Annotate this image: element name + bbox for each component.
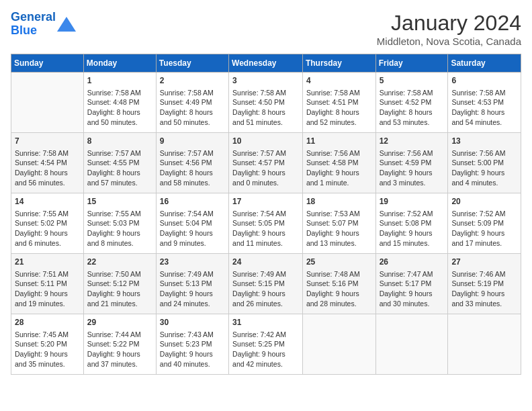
calendar-week-4: 21Sunrise: 7:51 AMSunset: 5:11 PMDayligh… <box>11 254 521 314</box>
calendar-cell: 31Sunrise: 7:42 AMSunset: 5:25 PMDayligh… <box>229 314 303 375</box>
sunset-text: Sunset: 5:12 PM <box>87 279 140 287</box>
calendar-cell: 19Sunrise: 7:52 AMSunset: 5:08 PMDayligh… <box>375 193 448 254</box>
daylight-text: Daylight: 9 hours and 11 minutes. <box>232 229 285 247</box>
sunrise-text: Sunrise: 7:54 AM <box>232 210 286 218</box>
daylight-text: Daylight: 8 hours and 54 minutes. <box>451 108 504 126</box>
sunset-text: Sunset: 5:25 PM <box>232 340 285 348</box>
sunset-text: Sunset: 5:23 PM <box>160 340 212 348</box>
calendar-cell: 8Sunrise: 7:57 AMSunset: 4:55 PMDaylight… <box>83 133 156 193</box>
calendar-cell: 9Sunrise: 7:57 AMSunset: 4:56 PMDaylight… <box>156 133 228 193</box>
sunrise-text: Sunrise: 7:55 AM <box>87 210 141 218</box>
daylight-text: Daylight: 8 hours and 52 minutes. <box>306 108 359 126</box>
sunrise-text: Sunrise: 7:45 AM <box>15 330 69 338</box>
day-number: 1 <box>87 75 152 87</box>
sunset-text: Sunset: 4:56 PM <box>160 158 212 167</box>
day-number: 5 <box>380 75 445 87</box>
calendar-cell: 23Sunrise: 7:49 AMSunset: 5:13 PMDayligh… <box>156 254 228 314</box>
sunrise-text: Sunrise: 7:49 AM <box>232 270 286 278</box>
header-cell-wednesday: Wednesday <box>229 54 303 73</box>
sunset-text: Sunset: 5:08 PM <box>380 219 432 227</box>
sunrise-text: Sunrise: 7:52 AM <box>380 210 433 218</box>
daylight-text: Daylight: 8 hours and 57 minutes. <box>87 169 140 187</box>
day-number: 25 <box>306 257 372 268</box>
daylight-text: Daylight: 9 hours and 26 minutes. <box>232 289 285 308</box>
logo-icon <box>57 17 76 32</box>
daylight-text: Daylight: 9 hours and 19 minutes. <box>15 289 68 308</box>
calendar-cell: 14Sunrise: 7:55 AMSunset: 5:02 PMDayligh… <box>11 193 84 254</box>
calendar-table: SundayMondayTuesdayWednesdayThursdayFrid… <box>11 54 521 375</box>
calendar-week-5: 28Sunrise: 7:45 AMSunset: 5:20 PMDayligh… <box>11 314 521 375</box>
sunrise-text: Sunrise: 7:57 AM <box>160 149 214 157</box>
sunset-text: Sunset: 5:07 PM <box>306 219 359 227</box>
calendar-header: SundayMondayTuesdayWednesdayThursdayFrid… <box>11 54 521 73</box>
sunrise-text: Sunrise: 7:58 AM <box>306 89 360 97</box>
sunset-text: Sunset: 5:11 PM <box>15 279 67 287</box>
sunset-text: Sunset: 4:59 PM <box>380 158 432 167</box>
sunset-text: Sunset: 4:57 PM <box>232 158 285 167</box>
logo-general: General <box>11 10 56 24</box>
sunrise-text: Sunrise: 7:42 AM <box>232 330 286 338</box>
daylight-text: Daylight: 9 hours and 4 minutes. <box>451 169 504 187</box>
daylight-text: Daylight: 9 hours and 42 minutes. <box>232 350 285 368</box>
sunset-text: Sunset: 5:09 PM <box>451 219 504 227</box>
daylight-text: Daylight: 9 hours and 28 minutes. <box>306 289 359 308</box>
calendar-cell: 4Sunrise: 7:58 AMSunset: 4:51 PMDaylight… <box>302 73 375 133</box>
sunrise-text: Sunrise: 7:47 AM <box>380 270 433 278</box>
daylight-text: Daylight: 9 hours and 15 minutes. <box>380 229 433 247</box>
sunrise-text: Sunrise: 7:54 AM <box>160 210 214 218</box>
day-number: 28 <box>15 317 80 328</box>
day-number: 14 <box>15 196 80 208</box>
daylight-text: Daylight: 9 hours and 30 minutes. <box>380 289 433 308</box>
daylight-text: Daylight: 9 hours and 8 minutes. <box>87 229 140 247</box>
day-number: 11 <box>306 136 372 147</box>
calendar-cell: 16Sunrise: 7:54 AMSunset: 5:04 PMDayligh… <box>156 193 228 254</box>
sunrise-text: Sunrise: 7:58 AM <box>15 149 69 157</box>
sunset-text: Sunset: 4:58 PM <box>306 158 359 167</box>
daylight-text: Daylight: 8 hours and 53 minutes. <box>380 108 433 126</box>
calendar-cell: 27Sunrise: 7:46 AMSunset: 5:19 PMDayligh… <box>448 254 521 314</box>
day-number: 12 <box>380 136 445 147</box>
sunrise-text: Sunrise: 7:46 AM <box>451 270 505 278</box>
calendar-week-2: 7Sunrise: 7:58 AMSunset: 4:54 PMDaylight… <box>11 133 521 193</box>
calendar-cell: 28Sunrise: 7:45 AMSunset: 5:20 PMDayligh… <box>11 314 84 375</box>
sunrise-text: Sunrise: 7:58 AM <box>380 89 433 97</box>
daylight-text: Daylight: 9 hours and 33 minutes. <box>451 289 504 308</box>
daylight-text: Daylight: 9 hours and 0 minutes. <box>232 169 285 187</box>
day-number: 10 <box>232 136 299 147</box>
sunrise-text: Sunrise: 7:56 AM <box>306 149 360 157</box>
sunset-text: Sunset: 5:03 PM <box>87 219 140 227</box>
sunset-text: Sunset: 5:13 PM <box>160 279 212 287</box>
sunrise-text: Sunrise: 7:52 AM <box>451 210 505 218</box>
day-number: 3 <box>232 75 299 87</box>
day-number: 19 <box>380 196 445 208</box>
day-number: 4 <box>306 75 372 87</box>
header-cell-thursday: Thursday <box>302 54 375 73</box>
daylight-text: Daylight: 9 hours and 3 minutes. <box>380 169 433 187</box>
calendar-cell <box>11 73 84 133</box>
calendar-cell: 26Sunrise: 7:47 AMSunset: 5:17 PMDayligh… <box>375 254 448 314</box>
day-number: 16 <box>160 196 225 208</box>
calendar-body: 1Sunrise: 7:58 AMSunset: 4:48 PMDaylight… <box>11 73 521 375</box>
day-number: 29 <box>87 317 152 328</box>
calendar-cell <box>375 314 448 375</box>
day-number: 26 <box>380 257 445 268</box>
calendar-cell: 30Sunrise: 7:43 AMSunset: 5:23 PMDayligh… <box>156 314 228 375</box>
sunset-text: Sunset: 5:19 PM <box>451 279 504 287</box>
sunrise-text: Sunrise: 7:58 AM <box>232 89 286 97</box>
daylight-text: Daylight: 9 hours and 6 minutes. <box>15 229 68 247</box>
sunrise-text: Sunrise: 7:55 AM <box>15 210 69 218</box>
day-number: 17 <box>232 196 299 208</box>
sunrise-text: Sunrise: 7:58 AM <box>160 89 214 97</box>
calendar-cell: 18Sunrise: 7:53 AMSunset: 5:07 PMDayligh… <box>302 193 375 254</box>
calendar-cell: 3Sunrise: 7:58 AMSunset: 4:50 PMDaylight… <box>229 73 303 133</box>
subtitle: Middleton, Nova Scotia, Canada <box>377 36 521 47</box>
daylight-text: Daylight: 9 hours and 37 minutes. <box>87 350 140 368</box>
calendar-cell: 13Sunrise: 7:56 AMSunset: 5:00 PMDayligh… <box>448 133 521 193</box>
sunrise-text: Sunrise: 7:56 AM <box>380 149 433 157</box>
header-row: SundayMondayTuesdayWednesdayThursdayFrid… <box>11 54 521 73</box>
day-number: 20 <box>451 196 517 208</box>
svg-marker-0 <box>57 17 76 32</box>
day-number: 18 <box>306 196 372 208</box>
calendar-cell: 6Sunrise: 7:58 AMSunset: 4:53 PMDaylight… <box>448 73 521 133</box>
daylight-text: Daylight: 9 hours and 40 minutes. <box>160 350 213 368</box>
